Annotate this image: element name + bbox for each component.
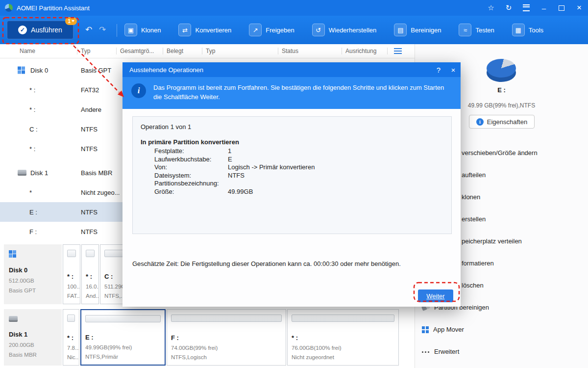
operation-field: Partitionsbezeichnung:	[141, 180, 443, 188]
maximize-button[interactable]	[553, 0, 570, 16]
partition-fs: NTFS,Primär	[85, 354, 161, 360]
row-typ: NTFS	[81, 145, 98, 153]
operations-list: Operation 1 von 1 In primäre Partition k…	[132, 116, 452, 234]
col-typ2[interactable]: Typ	[206, 44, 215, 58]
partition-box[interactable]: * : 16.0... And...	[81, 244, 99, 304]
properties-label: Eigenschaften	[487, 118, 527, 126]
banner-text: Das Programm ist bereit zum Fortfahren. …	[153, 83, 453, 102]
disk-name: Disk 1	[9, 331, 57, 338]
column-options-icon[interactable]	[394, 48, 402, 54]
field-key: Dateisystem:	[154, 172, 228, 180]
partition-size: 16.0...	[86, 284, 95, 289]
favorite-star-icon[interactable]: ☆	[482, 0, 500, 16]
partition-fs: NTFS,Logisch	[171, 354, 282, 360]
titlebar-actions: ☆ ↻ – ×	[482, 0, 588, 16]
row-name: Disk 0	[30, 67, 48, 74]
dialog-close-button[interactable]: ×	[446, 62, 461, 77]
row-name: F :	[29, 228, 37, 236]
toolbar-item-tools[interactable]: ▦ Tools	[512, 24, 543, 36]
tools-icon: ▦	[512, 24, 525, 36]
redo-button[interactable]: ↷	[99, 25, 106, 35]
refresh-icon[interactable]: ↻	[500, 0, 517, 16]
clean-icon: ▤	[394, 24, 407, 36]
pie-top	[487, 59, 516, 78]
partition-box-selected[interactable]: E : 49.99GB(99% frei) NTFS,Primär	[80, 309, 166, 366]
titlebar: AOMEI Partition Assistant ☆ ↻ – ×	[0, 0, 588, 16]
row-name: C :	[29, 126, 38, 133]
col-typ[interactable]: Typ	[81, 44, 90, 58]
minimize-button[interactable]: –	[535, 0, 553, 16]
disk-mbr-icon	[18, 170, 26, 176]
header-divider	[387, 48, 388, 54]
toolbar-item-label: Freigeben	[266, 26, 294, 34]
capacity-bar	[292, 315, 394, 322]
close-button[interactable]: ×	[570, 0, 588, 16]
partition-name: * :	[67, 334, 75, 342]
dialog-help-button[interactable]: ?	[431, 62, 446, 77]
capacity-bar	[171, 315, 282, 322]
menu-item-app-mover[interactable]: App Mover	[415, 318, 588, 341]
disk-gpt-icon	[18, 67, 25, 74]
info-icon: i	[476, 118, 484, 126]
menu-item-label: Erweitert	[434, 348, 459, 355]
partition-fs: And...	[86, 293, 95, 299]
col-name[interactable]: Name	[20, 44, 35, 58]
toolbar-item-testen[interactable]: ≈ Testen	[459, 24, 494, 36]
toolbar-item-freigeben[interactable]: ↗ Freigeben	[249, 24, 294, 36]
restore-icon: ↺	[312, 24, 325, 36]
toolbar-item-konvertieren[interactable]: ⇄ Konvertieren	[178, 24, 231, 36]
disk1-info-box[interactable]: Disk 1 200.00GB Basis MBR	[4, 309, 62, 366]
partition-box[interactable]: * : 76.00GB(100% frei) Nicht zugeordnet	[287, 309, 399, 366]
share-icon: ↗	[249, 24, 262, 36]
menu-item-erweitert[interactable]: Erweitert	[415, 341, 588, 363]
partition-name: E :	[85, 334, 161, 341]
header-divider	[116, 48, 117, 54]
col-ausrichtung[interactable]: Ausrichtung	[345, 44, 376, 58]
col-gesamt[interactable]: Gesamtgrö...	[120, 44, 154, 58]
row-typ: Andere	[81, 106, 101, 113]
apply-badge: 1	[65, 17, 77, 25]
clone-icon: ▣	[124, 24, 137, 36]
row-typ: NTFS	[81, 126, 98, 133]
disk-gpt-icon	[9, 250, 16, 258]
header-divider	[278, 48, 278, 54]
apply-button[interactable]: ✓ Ausführen 1	[7, 21, 74, 39]
toolbar-item-bereinigen[interactable]: ▤ Bereinigen	[394, 24, 441, 36]
dialog-title: Ausstehende Operationen	[129, 66, 431, 74]
partition-box[interactable]: * : 7.8... Nic...	[63, 309, 79, 366]
toolbar: ✓ Ausführen 1 ↶ ↷ ▣ Klonen ⇄ Konvertiere…	[0, 16, 588, 44]
next-button[interactable]: Weiter	[418, 289, 453, 302]
toolbar-item-wiederherstellen[interactable]: ↺ Wiederherstellen	[312, 24, 377, 36]
operation-field: Dateisystem: NTFS	[141, 172, 443, 180]
header-divider	[342, 48, 342, 54]
disk-mbr-icon	[9, 316, 18, 322]
dialog-info-banner: i Das Programm ist bereit zum Fortfahren…	[122, 77, 461, 109]
partition-name: * :	[86, 273, 95, 280]
partition-box[interactable]: * : 100... FAT...	[63, 244, 80, 304]
properties-button[interactable]: i Eigenschaften	[469, 115, 535, 129]
estimate-text: Geschätzte Zeit: Die Fertigstellung dies…	[132, 260, 451, 267]
dialog-titlebar: Ausstehende Operationen ? ×	[122, 62, 461, 77]
table-header: Name Typ Gesamtgrö... Belegt Typ Status …	[0, 44, 415, 58]
toolbar-item-klonen[interactable]: ▣ Klonen	[124, 24, 161, 36]
capacity-bar	[85, 315, 161, 322]
col-status[interactable]: Status	[282, 44, 298, 58]
field-key: Festplatte:	[154, 147, 228, 156]
header-divider	[202, 48, 202, 54]
capacity-bar	[67, 250, 76, 257]
toolbar-item-label: Tools	[529, 26, 543, 34]
disk0-info-box[interactable]: Disk 0 512.00GB Basis GPT	[4, 244, 62, 304]
pending-operations-dialog: Ausstehende Operationen ? × i Das Progra…	[122, 62, 461, 307]
partition-box[interactable]: F : 74.00GB(99% frei) NTFS,Logisch	[167, 309, 286, 366]
pie-chart	[487, 59, 516, 82]
operation-title: In primäre Partition konvertieren	[141, 138, 443, 146]
hamburger-menu-icon[interactable]	[517, 0, 535, 16]
col-belegt[interactable]: Belegt	[167, 44, 183, 58]
disk-size: 200.00GB	[9, 342, 57, 348]
field-key: Größe:	[154, 188, 228, 196]
partition-name: * :	[292, 334, 394, 342]
toolbar-items: ▣ Klonen ⇄ Konvertieren ↗ Freigeben ↺ Wi…	[124, 16, 543, 44]
row-typ: Basis MBR	[81, 169, 112, 177]
undo-button[interactable]: ↶	[85, 25, 92, 35]
operation-count: Operation 1 von 1	[141, 123, 443, 131]
